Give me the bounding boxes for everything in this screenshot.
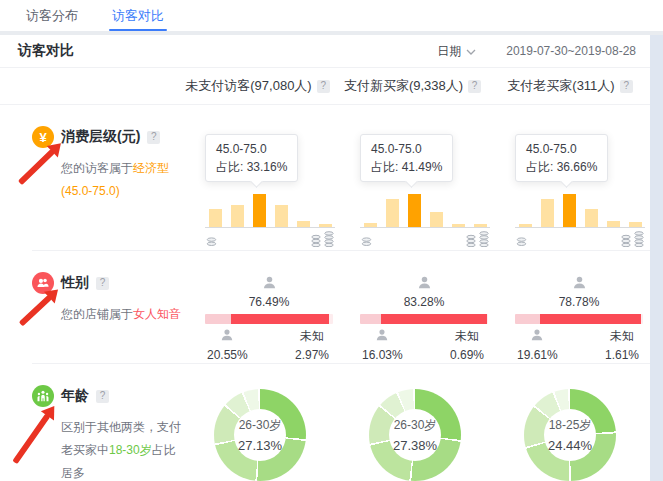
- tooltip-share-value: 41.49%: [402, 160, 443, 174]
- tooltip-caret: [405, 175, 418, 188]
- help-icon[interactable]: ?: [96, 390, 109, 403]
- row-description: 您的店铺属于女人知音: [61, 303, 181, 326]
- male-person-icon: [375, 328, 389, 345]
- tooltip-caret: [560, 175, 573, 188]
- column-header-label: 支付老买家(311人): [507, 77, 614, 95]
- coins-high-icon: [465, 231, 491, 251]
- age-chart-repeat-buyers[interactable]: 18-25岁 24.44%: [490, 364, 650, 481]
- unknown-percent: 2.97%: [295, 348, 329, 362]
- tooltip-range: 45.0-75.0: [216, 140, 287, 158]
- coins-low-icon: [361, 233, 372, 251]
- male-percent: 19.61%: [517, 348, 558, 362]
- help-icon[interactable]: ?: [96, 277, 109, 290]
- consume-chart-new-buyers[interactable]: 45.0-75.0 占比: 41.49%: [335, 105, 490, 251]
- donut-center-percent: 24.44%: [548, 438, 592, 453]
- female-person-icon: [262, 275, 277, 293]
- panel-header: 访客对比 日期 2019-07-30~2019-08-28: [0, 35, 650, 67]
- help-icon[interactable]: ?: [620, 80, 633, 93]
- male-person-icon: [220, 328, 234, 345]
- gender-stacked-bar: [515, 314, 643, 324]
- row-description: 您的访客属于经济型(45.0-75.0): [61, 157, 181, 203]
- consume-chart-repeat-buyers[interactable]: 45.0-75.0 占比: 36.66%: [490, 105, 650, 251]
- donut-center-percent: 27.38%: [393, 438, 437, 453]
- row-consume-level: ¥ 消费层级(元) ? 您的访客属于经济型(45.0-75.0) 45.0-75…: [0, 105, 650, 250]
- female-percent: 83.28%: [404, 295, 445, 309]
- age-donut-chart: 26-30岁 27.38%: [369, 389, 461, 481]
- donut-center: 26-30岁 27.13%: [234, 409, 286, 461]
- age-label-block: 年龄 ? 区别于其他两类，支付老买家中18-30岁占比居多: [0, 364, 180, 481]
- panel-title: 访客对比: [18, 42, 74, 60]
- gender-chart-repeat-buyers[interactable]: 78.78% 19.61% 未知 1.61%: [490, 251, 650, 363]
- age-donut-chart: 18-25岁 24.44%: [524, 389, 616, 481]
- tooltip-share-label: 占比:: [371, 160, 398, 174]
- column-header-new-buyers: 支付新买家(9,338人) ?: [335, 77, 490, 95]
- consume-bar-chart: [515, 191, 645, 228]
- male-percent: 20.55%: [207, 348, 248, 362]
- column-header-repeat-buyers: 支付老买家(311人) ?: [490, 77, 650, 95]
- male-person-icon: [530, 328, 544, 345]
- gender-stacked-bar: [205, 314, 333, 324]
- tooltip-share-label: 占比:: [526, 160, 553, 174]
- chart-tooltip: 45.0-75.0 占比: 36.66%: [515, 134, 608, 182]
- consume-bar-chart: [205, 191, 335, 228]
- donut-center: 26-30岁 27.38%: [389, 409, 441, 461]
- help-icon[interactable]: ?: [317, 80, 330, 93]
- age-chart-new-buyers[interactable]: 26-30岁 27.38%: [335, 364, 490, 481]
- tooltip-share-value: 36.66%: [557, 160, 598, 174]
- page-background-strip: [650, 35, 663, 481]
- coins-low-icon: [516, 233, 527, 251]
- column-header-label: 支付新买家(9,338人): [344, 77, 463, 95]
- coins-high-icon: [620, 231, 646, 251]
- row-title: 性别: [61, 274, 89, 292]
- donut-center: 18-25岁 24.44%: [544, 409, 596, 461]
- coins-low-icon: [206, 233, 217, 251]
- row-title: 年龄: [61, 387, 89, 405]
- female-percent: 78.78%: [559, 295, 600, 309]
- tooltip-range: 45.0-75.0: [526, 140, 597, 158]
- date-dropdown-label: 日期: [437, 43, 461, 60]
- tooltip-share-value: 33.16%: [247, 160, 288, 174]
- donut-center-label: 26-30岁: [394, 417, 437, 434]
- female-percent: 76.49%: [249, 295, 290, 309]
- gender-chart-new-buyers[interactable]: 83.28% 16.03% 未知 0.69%: [335, 251, 490, 363]
- tooltip-range: 45.0-75.0: [371, 140, 442, 158]
- top-tab-bar: 访客分布 访客对比: [0, 0, 663, 31]
- donut-center-label: 18-25岁: [549, 417, 592, 434]
- tooltip-share-label: 占比:: [216, 160, 243, 174]
- row-age: 年龄 ? 区别于其他两类，支付老买家中18-30岁占比居多 26-30岁 27.…: [0, 364, 650, 481]
- help-icon[interactable]: ?: [147, 131, 160, 144]
- consume-bar-chart: [360, 191, 490, 228]
- help-icon[interactable]: ?: [468, 80, 481, 93]
- gender-stacked-bar: [360, 314, 488, 324]
- date-range-value[interactable]: 2019-07-30~2019-08-28: [506, 44, 636, 58]
- gender-chart-unpaid-visitors[interactable]: 76.49% 20.55% 未知 2.97%: [180, 251, 335, 363]
- tab-visitor-distribution[interactable]: 访客分布: [26, 0, 78, 31]
- unknown-label: 未知: [300, 328, 324, 345]
- page: 访客分布 访客对比 访客对比 日期 2019-07-30~2019-08-28: [0, 0, 663, 481]
- row-description: 区别于其他两类，支付老买家中18-30岁占比居多: [61, 416, 181, 481]
- female-person-icon: [572, 275, 587, 293]
- tab-visitor-compare[interactable]: 访客对比: [112, 0, 164, 31]
- gender-label-block: 性别 ? 您的店铺属于女人知音: [0, 251, 180, 363]
- column-header-row: 未支付访客(97,080人) ? 支付新买家(9,338人) ? 支付老买家(3…: [0, 68, 650, 104]
- chevron-down-icon: [466, 44, 476, 58]
- unknown-percent: 0.69%: [450, 348, 484, 362]
- column-header-label: 未支付访客(97,080人): [185, 77, 311, 95]
- male-percent: 16.03%: [362, 348, 403, 362]
- unknown-label: 未知: [455, 328, 479, 345]
- unknown-percent: 1.61%: [605, 348, 639, 362]
- female-person-icon: [417, 275, 432, 293]
- row-gender: 性别 ? 您的店铺属于女人知音 76.49% 20.55%: [0, 251, 650, 363]
- unknown-label: 未知: [610, 328, 634, 345]
- chart-tooltip: 45.0-75.0 占比: 41.49%: [360, 134, 453, 182]
- age-donut-chart: 26-30岁 27.13%: [214, 389, 306, 481]
- tooltip-caret: [250, 175, 263, 188]
- coins-high-icon: [310, 231, 336, 251]
- visitor-compare-panel: 访客对比 日期 2019-07-30~2019-08-28 未支付访客(97,0…: [0, 35, 650, 481]
- consume-chart-unpaid-visitors[interactable]: 45.0-75.0 占比: 33.16%: [180, 105, 335, 251]
- chart-tooltip: 45.0-75.0 占比: 33.16%: [205, 134, 298, 182]
- age-chart-unpaid-visitors[interactable]: 26-30岁 27.13%: [180, 364, 335, 481]
- date-dimension-dropdown[interactable]: 日期: [437, 43, 476, 60]
- donut-center-label: 26-30岁: [239, 417, 282, 434]
- row-title: 消费层级(元): [61, 128, 140, 146]
